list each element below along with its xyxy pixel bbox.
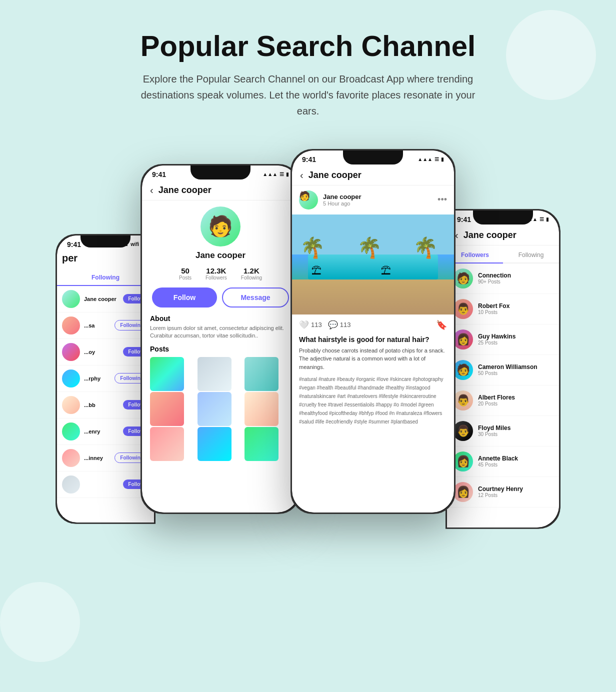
phone-3-title: Jane cooper [308, 170, 362, 180]
bookmark-icon[interactable]: 🔖 [436, 320, 447, 330]
palm-tree-icon: 🌴 [357, 236, 382, 260]
profile-avatar: 🧑 [200, 206, 240, 246]
phone-4-notch [473, 210, 533, 224]
follower-item: 👨 Floyd Miles 30 Posts [447, 416, 559, 446]
follower-info: Albert Flores 20 Posts [478, 394, 553, 406]
post-thumbnail[interactable] [198, 427, 232, 461]
user-name: Jane cooper [84, 296, 123, 302]
followers-list: 🧑 Connection 90+ Posts 👨 Robert Fox 10 P… [447, 264, 559, 508]
more-options-icon[interactable]: ••• [438, 194, 447, 205]
post-thumbnail[interactable] [150, 427, 184, 461]
phones-container: 9:41 ▲▲▲ wifi ▮ per Following Jane coope [0, 139, 616, 544]
phone-4-title: Jane cooper [464, 230, 516, 240]
avatar [62, 449, 80, 467]
stat-posts: 50 Posts [179, 266, 192, 280]
palm-tree-icon: 🌴 [413, 236, 438, 260]
signal-icon: ▲▲▲ [262, 172, 278, 177]
phone-3-screen: 9:41 ▲▲▲ ☰ ▮ ‹ Jane cooper 🧑 Jane cooper… [292, 150, 454, 512]
phone-2-time: 9:41 [152, 170, 166, 178]
follower-posts: 90+ Posts [478, 279, 553, 284]
phone-2-frame: 9:41 ▲▲▲ ☰ ▮ ‹ Jane cooper 🧑 Jane cooper [140, 164, 300, 514]
follower-avatar: 👩 [453, 482, 473, 502]
phone-2-nav: ‹ Jane cooper [142, 180, 299, 200]
following-count: 1.2K [241, 266, 262, 275]
post-thumbnail[interactable] [244, 357, 278, 391]
phone-4-screen: 9:41 ▲▲ ☰ ▮ ‹ Jane cooper Followers Foll… [447, 210, 559, 528]
back-button[interactable]: ‹ [300, 170, 304, 181]
back-button[interactable]: ‹ [455, 230, 458, 241]
profile-avatar-wrap: 🧑 [142, 206, 299, 246]
follower-name: Albert Flores [478, 394, 553, 401]
umbrella-icon: ⛱ [312, 265, 322, 276]
followers-count: 12.3K [206, 266, 227, 275]
followers-label: Followers [206, 275, 227, 280]
back-button[interactable]: ‹ [150, 184, 154, 196]
phone-4-time: 9:41 [457, 216, 471, 224]
follower-name: Floyd Miles [478, 424, 553, 432]
follower-avatar: 👨 [453, 299, 473, 319]
user-name: ...bb [84, 402, 123, 408]
about-title: About [150, 314, 291, 322]
follower-posts: 45 Posts [478, 462, 553, 468]
likes-count[interactable]: 🤍 113 [299, 320, 322, 330]
list-item: Jane cooper Follow [57, 286, 154, 312]
list-item: ...sa Following [57, 312, 154, 339]
avatar [62, 370, 80, 388]
tab-following[interactable]: Following [57, 270, 154, 286]
follower-info: Cameron Williamson 50 Posts [478, 364, 553, 376]
list-item: ...rphy Following [57, 366, 154, 392]
follower-item: 🧑 Cameron Williamson 50 Posts [447, 355, 559, 386]
post-header: 🧑 Jane cooper 5 Hour ago ••• [292, 186, 454, 214]
page-description: Explore the Popular Search Channel on ou… [133, 71, 483, 119]
phone-4-frame: 9:41 ▲▲ ☰ ▮ ‹ Jane cooper Followers Foll… [446, 209, 560, 529]
comments-count[interactable]: 💬 113 [328, 320, 351, 330]
about-text: Lorem ipsum dolor sit amet, consectetur … [150, 324, 291, 340]
palm-tree-icon: 🌴 [300, 236, 325, 260]
battery-icon: ▮ [441, 156, 444, 162]
follower-name: Courtney Henry [478, 486, 553, 492]
follow-profile-button[interactable]: Follow [152, 288, 217, 308]
stat-following: 1.2K Following [241, 266, 262, 280]
phone-2-title: Jane cooper [158, 185, 212, 196]
profile-actions: Follow Message [142, 288, 299, 308]
follower-avatar: 👨 [453, 390, 473, 410]
post-thumbnail[interactable] [244, 392, 278, 426]
post-thumbnail[interactable] [150, 357, 184, 391]
post-time: 5 Hour ago [323, 200, 432, 206]
post-thumbnail[interactable] [150, 392, 184, 426]
wifi-icon: ☰ [434, 156, 439, 162]
avatar [62, 422, 80, 440]
phone-3-notch [343, 150, 403, 164]
list-item: ...inney Following [57, 445, 154, 472]
follower-info: Guy Hawkins 25 Posts [478, 333, 553, 346]
avatar [62, 396, 80, 414]
follower-avatar: 🧑 [453, 360, 473, 380]
follower-posts: 20 Posts [478, 401, 553, 406]
posts-grid [142, 357, 299, 461]
post-thumbnail[interactable] [244, 427, 278, 461]
follower-name: Cameron Williamson [478, 364, 553, 370]
stat-followers: 12.3K Followers [206, 266, 227, 280]
profile-about: About Lorem ipsum dolor sit amet, consec… [142, 314, 299, 345]
deco-circle-top-right [506, 10, 596, 100]
follower-avatar: 👨 [453, 421, 473, 441]
avatar [62, 476, 80, 494]
deco-circle-bottom-left [0, 582, 80, 662]
post-avatar: 🧑 [299, 190, 318, 210]
list-item: ...oy Follow [57, 339, 154, 366]
message-button[interactable]: Message [222, 288, 289, 308]
follower-posts: 10 Posts [478, 310, 553, 315]
phone-4-tabs: Followers Following [447, 248, 559, 264]
follower-name: Robert Fox [478, 302, 553, 310]
follower-item: 🧑 Connection 90+ Posts [447, 264, 559, 294]
follower-name: Connection [478, 272, 553, 279]
follower-item: 👩 Courtney Henry 12 Posts [447, 477, 559, 508]
post-thumbnail[interactable] [198, 392, 232, 426]
tab-following[interactable]: Following [503, 248, 559, 262]
post-thumbnail[interactable] [198, 357, 232, 391]
battery-icon: ▮ [286, 172, 289, 177]
follower-item: 👨 Robert Fox 10 Posts [447, 294, 559, 324]
profile-name: Jane cooper [142, 250, 299, 260]
comment-icon: 💬 [328, 320, 338, 330]
follower-posts: 50 Posts [478, 370, 553, 376]
